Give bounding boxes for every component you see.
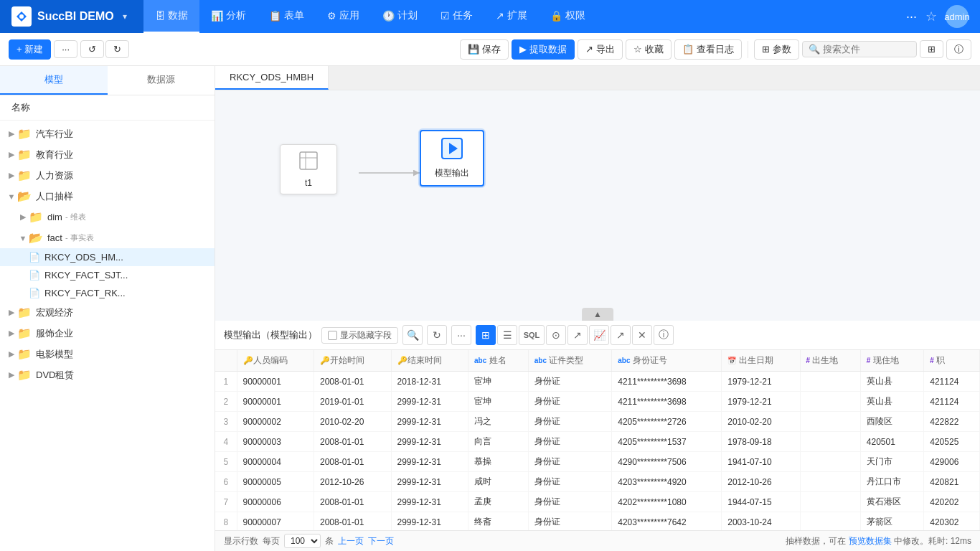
avatar[interactable]: admin [946,5,969,28]
sidebar-item-dim[interactable]: ▶ 📁 dim - 维表 [0,207,215,227]
cell-certtype: 身份证 [528,392,611,412]
rkcy-fact-sjt-label: RKCY_FACT_SJT... [44,270,128,281]
cell-name: 终斋 [468,512,529,531]
canvas-connector [215,90,980,321]
caret-dim-icon: ▶ [17,212,29,222]
layout-button[interactable]: ⊞ [920,40,943,58]
caret-macro-icon: ▶ [6,308,17,317]
sidebar-item-fashion[interactable]: ▶ 📁 服饰企业 [0,323,215,344]
nav-item-report[interactable]: 📋 表单 [258,0,316,33]
sidebar-item-rkcy-ods[interactable]: 📄 RKCY_ODS_HM... [0,248,215,266]
more-button-label: ··· [62,44,70,55]
more-table-button[interactable]: ··· [451,325,471,345]
prev-page-button[interactable]: 上一页 [338,535,364,547]
show-hidden-checkbox[interactable] [328,331,337,340]
nav-item-task[interactable]: ☑ 任务 [429,0,484,33]
sidebar-tab-datasource[interactable]: 数据源 [108,66,215,95]
relation-view-button[interactable]: ⊙ [546,325,566,345]
col-header-starttime: 🔑开始时间 [314,350,392,372]
sidebar-item-rkcy-fact-sjt[interactable]: 📄 RKCY_FACT_SJT... [0,266,215,284]
nav-item-app[interactable]: ⚙ 应用 [316,0,371,33]
log-button[interactable]: 📋 查看日志 [674,39,742,60]
sidebar-item-dvd[interactable]: ▶ 📁 DVD租赁 [0,364,215,385]
analysis-nav-label: 分析 [226,9,246,22]
sidebar-item-fact[interactable]: ▼ 📂 fact - 事实表 [0,227,215,248]
search-input[interactable] [823,44,909,55]
cell-endtime: 2999-12-31 [391,492,468,512]
save-button[interactable]: 💾 保存 [460,39,509,60]
redo-button[interactable]: ↻ [105,40,129,58]
cell-birthplace [800,372,860,392]
cell-starttime: 2008-01-01 [314,372,392,392]
nav-star-button[interactable]: ☆ [925,9,937,24]
cell-residence: 天门市 [860,452,923,472]
canvas-node-output[interactable]: 模型输出 [420,130,484,187]
grid-view-button[interactable]: ⊞ [476,325,496,345]
sidebar-item-rkcy-fact-rk[interactable]: 📄 RKCY_FACT_RK... [0,284,215,302]
caret-population-icon: ▼ [6,192,17,201]
export-button[interactable]: ↗ 导出 [578,39,623,60]
sidebar-item-population[interactable]: ▼ 📂 人口抽样 [0,186,215,207]
close-panel-button[interactable]: ✕ [632,325,652,345]
nav-more-button[interactable]: ··· [906,9,917,24]
next-page-button[interactable]: 下一页 [368,535,394,547]
show-hidden-button[interactable]: 显示隐藏字段 [321,327,398,344]
report-nav-icon: 📋 [269,10,281,22]
extract-label: 提取数据 [529,43,567,56]
col-header-residence: # 现住地 [860,350,923,372]
caret-hr-icon: ▶ [6,171,17,180]
sidebar-item-movie[interactable]: ▶ 📁 电影模型 [0,344,215,364]
logo-area[interactable]: SuccBI DEMO ▾ [0,0,143,33]
nav-item-plan[interactable]: 🕐 计划 [371,0,429,33]
more-button[interactable]: ··· [54,40,77,58]
log-icon: 📋 [682,44,694,55]
info-panel-button[interactable]: ⓘ [654,325,674,345]
cell-personid: 90000005 [237,472,314,492]
info-button[interactable]: ⓘ [946,39,971,60]
list-view-button[interactable]: ☰ [497,325,517,345]
col-header-birthplace: # 出生地 [800,350,860,372]
sidebar-tab-model[interactable]: 模型 [0,66,108,95]
search-table-button[interactable]: 🔍 [402,325,423,345]
refresh-table-button[interactable]: ↻ [427,325,447,345]
nav-item-data[interactable]: 🗄 数据 [143,0,199,33]
bottom-panel: 模型输出（模型输出） 显示隐藏字段 🔍 ↻ ··· ⊞ ☰ SQL ⊙ ↗ 📈 … [215,321,980,551]
content-tab-rkcy[interactable]: RKCY_ODS_HMBH [215,66,329,90]
plan-nav-icon: 🕐 [382,10,395,22]
chart-view-button[interactable]: 📈 [589,325,609,345]
collect-button[interactable]: ☆ 收藏 [626,39,672,60]
row-num: 2 [215,392,237,412]
toolbar: + 新建 ··· ↺ ↻ 💾 保存 ▶ 提取数据 ↗ 导出 ☆ 收藏 📋 查看日… [0,33,980,66]
cell-birthplace [800,472,860,492]
undo-button[interactable]: ↺ [80,40,104,58]
status-note-text: 抽样数据，可在 [786,536,846,546]
param-button[interactable]: ⊞ 参数 [754,39,799,60]
new-button[interactable]: + 新建 [9,39,51,60]
logo-caret[interactable]: ▾ [123,11,127,22]
sidebar-item-edu[interactable]: ▶ 📁 教育行业 [0,144,215,165]
cell-birthplace [800,492,860,512]
per-page-select[interactable]: 100 50 200 [284,534,321,548]
expand-view-button[interactable]: ↗ [611,325,631,345]
sidebar-item-macro[interactable]: ▶ 📁 宏观经济 [0,302,215,323]
status-link[interactable]: 预览数据集 [849,536,892,546]
cell-endtime: 2999-12-31 [391,412,468,432]
nav-item-analysis[interactable]: 📊 分析 [199,0,258,33]
collapse-button[interactable]: ▲ [582,308,613,321]
collect-label: 收藏 [645,43,664,56]
cell-certtype: 身份证 [528,412,611,432]
export-view-button[interactable]: ↗ [567,325,588,345]
nav-item-extend[interactable]: ↗ 扩展 [484,0,539,33]
nav-item-permission[interactable]: 🔒 权限 [539,0,597,33]
cell-name: 宦坤 [468,372,529,392]
sql-view-button[interactable]: SQL [519,325,545,345]
pagination: 显示行数 每页 100 50 200 条 上一页 下一页 [224,534,394,548]
sidebar-item-hr[interactable]: ▶ 📁 人力资源 [0,165,215,186]
table-header: 🔑人员编码 🔑开始时间 🔑结束时间 abc 姓名 abc 证件类型 abc 身份… [215,350,980,372]
canvas-node-t1[interactable]: t1 [280,144,337,194]
log-label: 查看日志 [697,43,734,56]
sidebar-item-auto[interactable]: ▶ 📁 汽车行业 [0,123,215,144]
extract-button[interactable]: ▶ 提取数据 [512,39,575,60]
row-num: 5 [215,452,237,472]
cell-starttime: 2008-01-01 [314,432,392,452]
